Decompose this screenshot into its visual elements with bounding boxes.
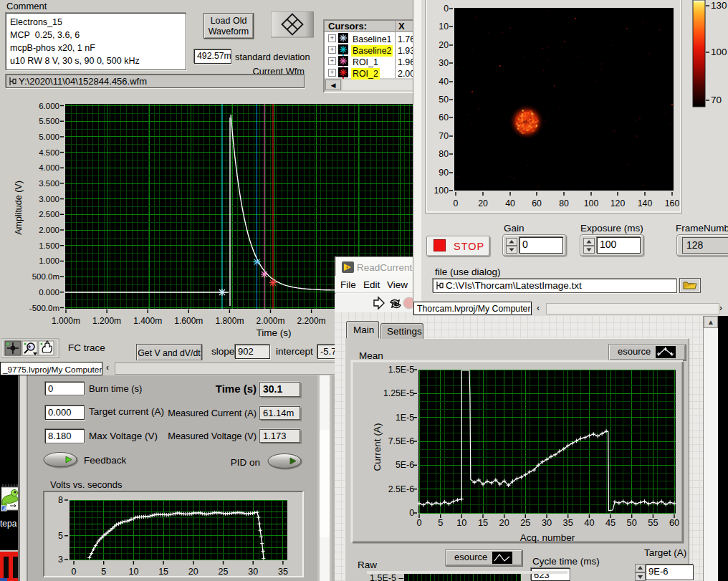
svg-text:0: 0 xyxy=(72,567,77,577)
svg-text:30: 30 xyxy=(542,517,552,528)
svg-text:20: 20 xyxy=(499,517,509,528)
svg-text:3.000: 3.000 xyxy=(39,195,59,203)
svg-text:Time (s): Time (s) xyxy=(257,327,292,338)
svg-text:1.5E-5: 1.5E-5 xyxy=(388,365,414,375)
svg-text:20: 20 xyxy=(478,198,488,208)
svg-text:100: 100 xyxy=(584,198,599,208)
svg-text:20: 20 xyxy=(439,40,449,50)
svg-text:50: 50 xyxy=(439,95,449,105)
svg-text:2.500: 2.500 xyxy=(39,210,59,219)
svg-text:45: 45 xyxy=(605,517,616,528)
svg-text:35: 35 xyxy=(563,517,573,528)
svg-text:160: 160 xyxy=(665,198,680,208)
svg-text:25: 25 xyxy=(520,517,530,528)
svg-text:5.000: 5.000 xyxy=(39,133,59,141)
svg-text:0: 0 xyxy=(454,198,459,208)
svg-text:5: 5 xyxy=(101,567,106,577)
svg-text:15: 15 xyxy=(478,517,488,528)
svg-text:70: 70 xyxy=(711,95,722,105)
svg-text:Amplitude (V): Amplitude (V) xyxy=(14,181,24,235)
svg-text:80: 80 xyxy=(439,149,449,159)
svg-text:2.000m: 2.000m xyxy=(256,316,284,326)
svg-text:5: 5 xyxy=(438,517,443,528)
svg-text:55: 55 xyxy=(648,517,658,528)
svg-text:10: 10 xyxy=(439,21,449,32)
svg-text:3: 3 xyxy=(58,554,63,565)
svg-text:60: 60 xyxy=(532,198,542,208)
svg-text:100: 100 xyxy=(711,47,727,57)
svg-text:35: 35 xyxy=(278,567,288,577)
svg-text:Current (A): Current (A) xyxy=(372,423,383,471)
svg-text:7.5E-6: 7.5E-6 xyxy=(388,436,414,446)
svg-text:60: 60 xyxy=(669,517,679,528)
svg-text:50: 50 xyxy=(627,517,637,528)
svg-text:15: 15 xyxy=(158,567,168,577)
svg-text:0.000: 0.000 xyxy=(39,288,59,297)
svg-text:1.500: 1.500 xyxy=(39,241,59,250)
svg-text:2.200m: 2.200m xyxy=(297,316,326,326)
svg-text:40: 40 xyxy=(505,198,515,208)
svg-text:1.25E-5: 1.25E-5 xyxy=(383,388,414,398)
svg-text:1.200m: 1.200m xyxy=(92,316,121,326)
svg-text:140: 140 xyxy=(638,198,653,208)
svg-text:1.800m: 1.800m xyxy=(215,316,244,326)
svg-text:130: 130 xyxy=(711,0,727,11)
svg-text:20: 20 xyxy=(188,567,198,577)
svg-text:4.500: 4.500 xyxy=(39,148,59,157)
svg-text:3.500: 3.500 xyxy=(39,179,59,188)
svg-text:1.600m: 1.600m xyxy=(174,316,203,326)
svg-text:25: 25 xyxy=(219,567,229,577)
svg-text:1.000m: 1.000m xyxy=(52,316,80,326)
svg-text:6.000: 6.000 xyxy=(39,102,59,110)
svg-text:60: 60 xyxy=(439,112,449,123)
svg-text:10: 10 xyxy=(456,517,466,528)
svg-text:-500.0m: -500.0m xyxy=(29,304,59,312)
svg-text:5E-6: 5E-6 xyxy=(396,460,414,470)
svg-text:Acq. number: Acq. number xyxy=(520,532,575,543)
svg-text:90: 90 xyxy=(439,168,449,178)
svg-text:120: 120 xyxy=(610,198,626,208)
svg-text:8: 8 xyxy=(58,495,63,505)
svg-text:1.000: 1.000 xyxy=(39,256,59,265)
svg-text:500.0m: 500.0m xyxy=(32,272,59,281)
svg-text:80: 80 xyxy=(559,198,569,208)
svg-text:0: 0 xyxy=(416,517,421,528)
svg-text:40: 40 xyxy=(584,517,594,528)
svg-text:30: 30 xyxy=(439,58,449,68)
svg-text:30: 30 xyxy=(248,567,258,577)
svg-text:100: 100 xyxy=(434,186,449,196)
svg-text:2.5E-6: 2.5E-6 xyxy=(388,484,414,494)
svg-text:10: 10 xyxy=(128,567,138,577)
svg-text:4.000: 4.000 xyxy=(39,163,59,172)
svg-text:70: 70 xyxy=(439,131,449,141)
svg-text:1.400m: 1.400m xyxy=(133,316,162,326)
svg-text:0: 0 xyxy=(444,4,449,14)
svg-text:2.000: 2.000 xyxy=(39,226,59,234)
svg-text:5.500: 5.500 xyxy=(39,117,59,125)
svg-text:1E-5: 1E-5 xyxy=(396,413,414,423)
svg-text:40: 40 xyxy=(439,77,449,87)
svg-text:5: 5 xyxy=(58,531,63,541)
